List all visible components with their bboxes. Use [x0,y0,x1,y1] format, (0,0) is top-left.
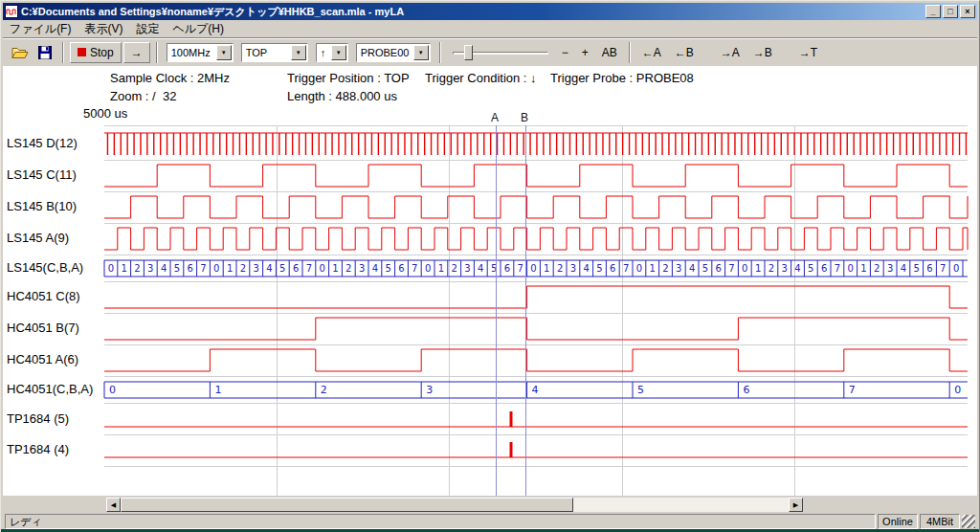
svg-text:3: 3 [426,384,433,396]
svg-text:5: 5 [637,384,644,396]
svg-text:0: 0 [109,384,116,396]
svg-text:3: 3 [887,263,893,274]
svg-text:0: 0 [320,263,325,274]
horizontal-scrollbar[interactable]: ◀ ▶ [106,498,803,512]
svg-text:3: 3 [782,263,788,274]
svg-text:5: 5 [914,263,920,274]
svg-text:5: 5 [174,263,180,274]
svg-text:7: 7 [200,263,206,274]
svg-text:2: 2 [345,263,351,274]
svg-text:5: 5 [808,263,813,274]
svg-text:2: 2 [321,384,327,396]
svg-text:1: 1 [227,263,233,274]
svg-text:5: 5 [702,263,708,274]
status-ready: レディ [5,514,876,529]
svg-text:3: 3 [254,263,259,274]
svg-text:1: 1 [122,263,127,274]
svg-text:2: 2 [557,263,563,274]
svg-text:2: 2 [452,263,457,274]
scrollbar-thumb[interactable] [121,498,573,512]
svg-text:4: 4 [794,263,800,274]
svg-text:2: 2 [874,263,880,274]
svg-text:6: 6 [398,263,404,274]
svg-text:6: 6 [716,263,722,274]
svg-text:7: 7 [849,384,856,396]
svg-text:2: 2 [134,263,140,274]
svg-text:4: 4 [161,263,167,274]
svg-text:0: 0 [108,263,114,274]
svg-text:0: 0 [953,263,959,274]
svg-text:5: 5 [596,263,602,274]
status-memory: 4MBit [920,514,960,529]
svg-text:2: 2 [240,263,246,274]
svg-text:5: 5 [279,263,285,274]
svg-text:1: 1 [860,263,866,274]
svg-text:3: 3 [464,263,470,274]
svg-text:0: 0 [425,263,431,274]
cursor-a-label[interactable]: A [488,111,501,124]
svg-text:0: 0 [530,263,536,274]
svg-text:7: 7 [728,263,734,274]
svg-text:7: 7 [306,263,312,274]
svg-text:4: 4 [689,263,695,274]
cursor-b-label[interactable]: B [518,111,531,124]
svg-text:3: 3 [570,263,576,274]
svg-text:7: 7 [518,263,523,274]
svg-text:6: 6 [743,384,749,396]
svg-text:6: 6 [188,263,193,274]
svg-text:4: 4 [901,263,906,274]
svg-text:1: 1 [755,263,761,274]
svg-text:5: 5 [386,263,391,274]
svg-text:6: 6 [504,263,510,274]
svg-text:0: 0 [213,263,219,274]
status-online: Online [878,514,918,529]
svg-text:7: 7 [623,263,629,274]
svg-text:0: 0 [742,263,747,274]
svg-text:4: 4 [478,263,483,274]
svg-text:3: 3 [359,263,365,274]
waveform-plot[interactable]: 0123456701234567012345670123456701234567… [1,1,980,532]
svg-text:6: 6 [926,263,932,274]
svg-text:7: 7 [835,263,840,274]
svg-text:3: 3 [147,263,153,274]
svg-text:7: 7 [412,263,417,274]
svg-text:0: 0 [954,384,961,396]
svg-text:6: 6 [610,263,615,274]
svg-text:4: 4 [532,384,539,396]
svg-text:2: 2 [662,263,668,274]
svg-text:6: 6 [293,263,299,274]
svg-text:4: 4 [372,263,378,274]
svg-text:1: 1 [650,263,656,274]
scroll-right-button[interactable]: ▶ [789,498,803,512]
svg-text:1: 1 [544,263,549,274]
svg-text:1: 1 [438,263,444,274]
svg-text:1: 1 [332,263,338,274]
svg-text:6: 6 [821,263,827,274]
svg-text:2: 2 [768,263,774,274]
svg-text:0: 0 [848,263,854,274]
svg-text:0: 0 [636,263,642,274]
svg-text:7: 7 [940,263,946,274]
svg-text:1: 1 [214,384,221,396]
scroll-left-button[interactable]: ◀ [106,498,121,512]
svg-text:3: 3 [676,263,681,274]
resize-grip[interactable] [962,515,975,528]
status-bar: レディ Online 4MBit [3,513,977,530]
app-window: C:¥Documents and Settings¥noname¥デスクトップ¥… [0,0,980,532]
svg-text:4: 4 [584,263,590,274]
svg-text:4: 4 [266,263,272,274]
